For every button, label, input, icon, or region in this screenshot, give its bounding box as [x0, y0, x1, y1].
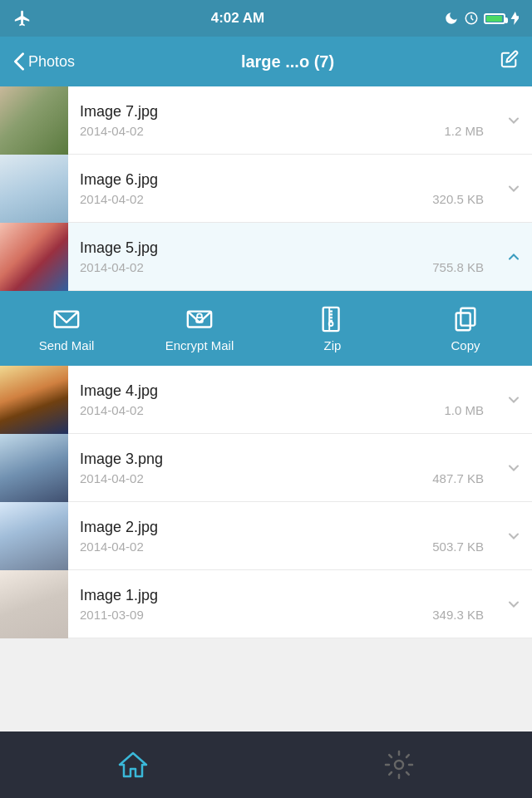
list-item[interactable]: Image 4.jpg 2014-04-02 1.0 MB [0, 366, 532, 434]
nav-title: large ...o (7) [241, 52, 334, 71]
file-meta: 2014-04-02 487.7 KB [80, 471, 484, 485]
file-meta: 2014-04-02 1.2 MB [80, 124, 484, 138]
file-date: 2014-04-02 [80, 124, 144, 138]
file-date: 2014-04-02 [80, 260, 144, 274]
back-button[interactable]: Photos [13, 52, 75, 71]
chevron-down-icon[interactable] [495, 392, 532, 408]
list-item[interactable]: Image 3.png 2014-04-02 487.7 KB [0, 434, 532, 502]
file-info: Image 1.jpg 2011-03-09 349.3 KB [68, 587, 495, 622]
thumbnail [0, 86, 68, 155]
file-name: Image 6.jpg [80, 171, 484, 189]
edit-icon [500, 50, 519, 68]
file-name: Image 7.jpg [80, 103, 484, 121]
file-size: 320.5 KB [432, 192, 484, 206]
chevron-up-icon[interactable] [495, 249, 532, 265]
copy-icon [451, 305, 480, 333]
zip-icon [318, 305, 347, 333]
settings-icon [383, 749, 415, 781]
list-item[interactable]: Image 5.jpg 2014-04-02 755.8 KB [0, 223, 532, 291]
chevron-down-icon[interactable] [495, 112, 532, 129]
svg-rect-12 [456, 313, 470, 330]
thumbnail [0, 223, 68, 291]
file-name: Image 3.png [80, 451, 484, 468]
file-name: Image 2.jpg [80, 519, 484, 536]
tab-home[interactable] [91, 740, 175, 790]
file-date: 2011-03-09 [80, 608, 144, 622]
tab-bar [0, 732, 532, 798]
back-label: Photos [28, 53, 75, 71]
file-size: 487.7 KB [432, 471, 484, 485]
file-meta: 2014-04-02 755.8 KB [80, 260, 484, 274]
file-list-bottom: Image 4.jpg 2014-04-02 1.0 MB Image 3.pn… [0, 366, 532, 638]
thumbnail [0, 570, 68, 638]
action-toolbar: Send Mail Encrypt Mail Zip [0, 291, 532, 366]
tab-settings[interactable] [357, 740, 441, 790]
file-size: 1.2 MB [444, 124, 484, 138]
send-mail-icon [52, 305, 81, 333]
chevron-down-icon[interactable] [495, 460, 532, 476]
zip-button[interactable]: Zip [278, 305, 387, 352]
edit-button[interactable] [500, 50, 519, 73]
list-item[interactable]: Image 2.jpg 2014-04-02 503.7 KB [0, 502, 532, 570]
file-size: 503.7 KB [432, 539, 484, 554]
send-mail-label: Send Mail [39, 338, 95, 352]
zip-label: Zip [324, 338, 342, 352]
file-name: Image 1.jpg [80, 587, 484, 604]
copy-label: Copy [451, 338, 480, 352]
status-time: 4:02 AM [211, 10, 265, 27]
charging-icon [510, 12, 519, 25]
status-left [13, 9, 32, 27]
airplane-icon [13, 9, 32, 27]
file-meta: 2014-04-02 503.7 KB [80, 539, 484, 554]
svg-rect-11 [461, 308, 475, 325]
file-date: 2014-04-02 [80, 192, 144, 206]
file-date: 2014-04-02 [80, 539, 144, 554]
encrypt-mail-icon [185, 305, 214, 333]
file-info: Image 3.png 2014-04-02 487.7 KB [68, 451, 495, 485]
file-info: Image 6.jpg 2014-04-02 320.5 KB [68, 171, 495, 206]
file-list-top: Image 7.jpg 2014-04-02 1.2 MB Image 6.jp… [0, 86, 532, 291]
clock-icon [464, 11, 479, 26]
file-size: 1.0 MB [444, 403, 484, 417]
file-name: Image 4.jpg [80, 382, 484, 400]
chevron-down-icon[interactable] [495, 528, 532, 544]
chevron-down-icon[interactable] [495, 596, 532, 613]
file-name: Image 5.jpg [80, 239, 484, 257]
list-item[interactable]: Image 6.jpg 2014-04-02 320.5 KB [0, 155, 532, 223]
file-date: 2014-04-02 [80, 471, 144, 485]
file-info: Image 7.jpg 2014-04-02 1.2 MB [68, 103, 495, 138]
thumbnail [0, 155, 68, 223]
copy-button[interactable]: Copy [411, 305, 520, 352]
svg-point-13 [395, 761, 403, 769]
moon-icon [444, 11, 459, 26]
encrypt-mail-label: Encrypt Mail [165, 338, 234, 352]
battery-icon [484, 13, 505, 24]
status-right [444, 11, 519, 26]
status-bar: 4:02 AM [0, 0, 532, 37]
nav-bar: Photos large ...o (7) [0, 37, 532, 86]
file-meta: 2011-03-09 349.3 KB [80, 608, 484, 622]
list-item[interactable]: Image 7.jpg 2014-04-02 1.2 MB [0, 86, 532, 155]
encrypt-mail-button[interactable]: Encrypt Mail [145, 305, 254, 352]
file-size: 349.3 KB [432, 608, 484, 622]
list-item[interactable]: Image 1.jpg 2011-03-09 349.3 KB [0, 570, 532, 638]
thumbnail [0, 366, 68, 434]
chevron-down-icon[interactable] [495, 180, 532, 197]
thumbnail [0, 434, 68, 502]
file-meta: 2014-04-02 1.0 MB [80, 403, 484, 417]
home-icon [116, 750, 150, 780]
send-mail-button[interactable]: Send Mail [12, 305, 121, 352]
file-info: Image 5.jpg 2014-04-02 755.8 KB [68, 239, 495, 274]
file-date: 2014-04-02 [80, 403, 144, 417]
svg-point-10 [329, 322, 333, 326]
thumbnail [0, 502, 68, 570]
file-info: Image 2.jpg 2014-04-02 503.7 KB [68, 519, 495, 554]
file-info: Image 4.jpg 2014-04-02 1.0 MB [68, 382, 495, 417]
back-chevron-icon [13, 52, 25, 71]
file-meta: 2014-04-02 320.5 KB [80, 192, 484, 206]
file-size: 755.8 KB [432, 260, 484, 274]
